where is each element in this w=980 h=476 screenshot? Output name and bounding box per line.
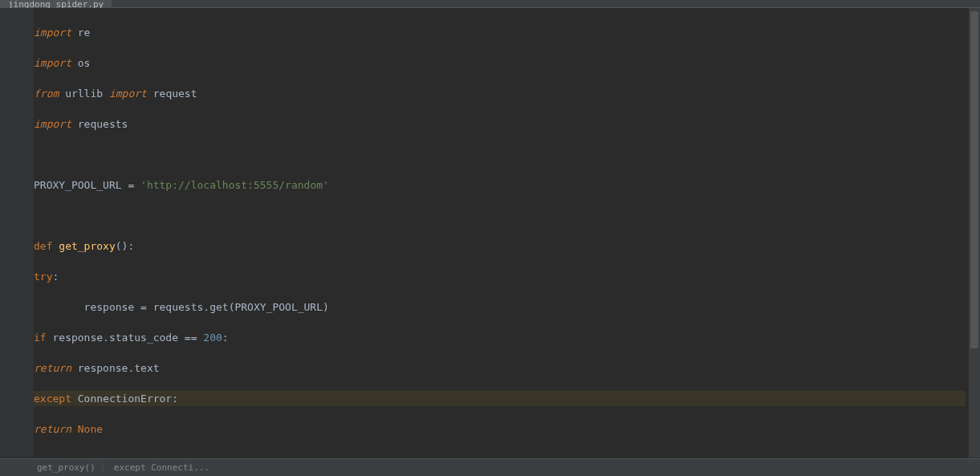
tab-bar: jingdong_spider.py <box>0 0 980 8</box>
keyword: except <box>34 391 71 406</box>
gutter <box>0 8 34 458</box>
keyword: return <box>34 421 78 437</box>
keyword: if <box>34 330 47 345</box>
keyword: import <box>34 55 71 71</box>
function-name: get_proxy <box>59 238 115 254</box>
text: : <box>52 269 59 284</box>
keyword: from <box>34 86 59 101</box>
text: : <box>172 391 178 406</box>
text: urllib <box>59 86 109 101</box>
scroll-thumb[interactable] <box>970 11 978 348</box>
keyword: import <box>34 116 71 132</box>
text: : <box>222 330 229 345</box>
tab-filename: jingdong_spider.py <box>8 0 104 8</box>
keyword: def <box>34 238 59 254</box>
keyword: import <box>34 25 71 40</box>
text: ConnectionError <box>71 391 172 406</box>
text: os <box>71 55 90 71</box>
code-editor[interactable]: import re import os from urllib import r… <box>34 10 966 458</box>
text: (): <box>116 238 134 254</box>
text: requests <box>71 116 128 132</box>
text: request <box>147 86 197 101</box>
keyword: return <box>34 360 71 376</box>
text: response = requests.get(PROXY_POOL_URL) <box>34 299 329 315</box>
number: 200 <box>203 330 222 345</box>
text: response.status_code == <box>47 330 204 345</box>
keyword: None <box>78 421 103 437</box>
breadcrumb-bar: get_proxy() 〉 except Connecti... <box>0 458 980 476</box>
chevron-right-icon: 〉 <box>99 462 111 474</box>
string: 'http://localhost:5555/random' <box>140 177 329 193</box>
text: re <box>71 25 90 40</box>
text: response.text <box>71 360 160 376</box>
breadcrumb-item[interactable]: except Connecti... <box>111 462 213 473</box>
breadcrumb-item[interactable]: get_proxy() <box>34 462 99 473</box>
vertical-scrollbar[interactable] <box>969 8 980 458</box>
keyword: import <box>109 86 147 101</box>
keyword: try <box>34 269 52 284</box>
text: PROXY_POOL_URL = <box>34 177 140 193</box>
file-tab[interactable]: jingdong_spider.py <box>0 0 112 8</box>
